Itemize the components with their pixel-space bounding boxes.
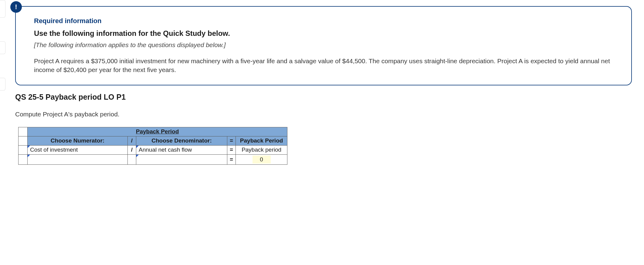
payback-table: Payback Period Choose Numerator: / Choos…: [18, 127, 287, 165]
row1-stub: [19, 145, 28, 154]
required-info-panel: ! Required information Use the following…: [15, 6, 632, 85]
result-label-cell: Payback period: [236, 145, 287, 154]
use-info-heading: Use the following information for the Qu…: [34, 29, 617, 38]
equals-cell-1: =: [227, 145, 236, 154]
result-value-cell: 0: [236, 154, 287, 164]
slash-cell-2: [128, 154, 136, 164]
problem-prose: Project A requires a $375,000 initial in…: [34, 57, 617, 74]
left-nav-stubs: [0, 0, 5, 114]
table-row: = 0: [19, 154, 287, 164]
choose-denominator-header: Choose Denominator:: [136, 136, 227, 145]
table-stub-header: [19, 127, 28, 136]
applies-note: [The following information applies to th…: [34, 41, 617, 49]
equals-header: =: [227, 136, 236, 145]
denominator-value-input[interactable]: [136, 154, 227, 164]
table-row: Cost of investment / Annual net cash flo…: [19, 145, 287, 154]
equals-cell-2: =: [227, 154, 236, 164]
required-info-header: Required information: [34, 17, 617, 25]
denominator-dropdown[interactable]: Annual net cash flow: [136, 145, 227, 154]
row2-stub: [19, 154, 28, 164]
exclamation-icon: !: [10, 1, 22, 13]
left-stub-3[interactable]: [0, 78, 5, 91]
qs-heading: QS 25-5 Payback period LO P1: [15, 93, 632, 102]
table-stub-subheader: [19, 136, 28, 145]
slash-cell-1: /: [128, 145, 136, 154]
choose-numerator-header: Choose Numerator:: [28, 136, 128, 145]
left-stub-1[interactable]: [0, 0, 5, 18]
result-value-box[interactable]: 0: [253, 156, 271, 163]
instruction-text: Compute Project A's payback period.: [15, 111, 632, 118]
result-header: Payback Period: [236, 136, 287, 145]
slash-header: /: [128, 136, 136, 145]
table-title: Payback Period: [28, 127, 287, 136]
left-stub-2[interactable]: [0, 41, 5, 54]
numerator-dropdown[interactable]: Cost of investment: [28, 145, 128, 154]
numerator-value-input[interactable]: [28, 154, 128, 164]
